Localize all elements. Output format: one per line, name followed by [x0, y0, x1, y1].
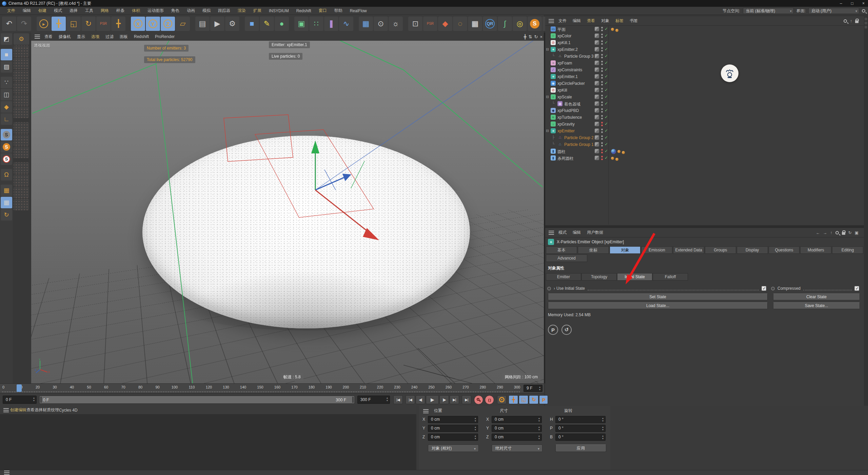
am-lock-icon[interactable] [842, 232, 845, 235]
spinner-carets[interactable]: ▲▼ [33, 397, 35, 402]
am-menu-icon[interactable] [549, 231, 554, 235]
menu-simulate[interactable]: 模拟 [199, 8, 214, 14]
texture-mode-icon[interactable]: ▨ [1, 61, 12, 73]
spinner-carets[interactable]: ▲▼ [538, 386, 541, 391]
tag-icon[interactable] [622, 151, 625, 154]
spinner-carets[interactable]: ▲▼ [601, 417, 604, 422]
subtab-topology[interactable]: Topology [581, 273, 617, 281]
enable-toggle[interactable] [595, 34, 599, 38]
object-row-xpemitter2[interactable]: ⊟ ∗ xpEmitter.2 ✓ [545, 46, 864, 53]
interactive-render-icon[interactable]: QR [483, 17, 497, 31]
visibility-dots[interactable] [601, 47, 603, 52]
spinner-carets[interactable]: ▲▼ [386, 397, 389, 402]
enable-toggle[interactable] [595, 27, 599, 31]
coord-system-icon[interactable]: ▱ [176, 17, 190, 31]
symmetry-icon[interactable]: ❚ [324, 17, 338, 31]
visibility-dots[interactable] [601, 121, 603, 127]
tag-icon[interactable] [611, 157, 614, 160]
tag-icon[interactable] [615, 29, 618, 32]
visibility-dots[interactable] [601, 81, 603, 86]
spinner-carets[interactable]: ▲▼ [538, 417, 540, 422]
om-menu-bookmarks[interactable]: 书签 [627, 18, 641, 24]
object-row-xpfoam[interactable]: ○ xpFoam ✓ [545, 60, 864, 66]
undo-icon[interactable]: ↶ [2, 17, 16, 31]
menu-mograph[interactable]: 运动图形 [144, 8, 167, 14]
viewport[interactable]: 查看 摄像机 显示 选项 过滤 面板 Redshift ProRender ╋ … [31, 33, 544, 383]
mat-menu-edit[interactable]: 编辑 [18, 407, 26, 413]
object-row-xpcolor[interactable]: ⁘ xpColor ✓ [545, 33, 864, 39]
enable-toggle[interactable] [595, 115, 599, 119]
enabled-check-icon[interactable]: ✓ [605, 40, 608, 45]
menu-tools[interactable]: 工具 [81, 8, 97, 14]
rot-h-field[interactable]: 0 °▲▼ [555, 416, 606, 423]
pos-x-field[interactable]: 0 cm▲▼ [428, 416, 478, 423]
range-end-field[interactable]: 300 F ▲▼ [357, 396, 390, 404]
tab-object[interactable]: 对象 [610, 246, 641, 254]
am-menu-edit[interactable]: 编辑 [570, 230, 584, 235]
visibility-dots[interactable] [601, 67, 603, 73]
simulation-stop-icon[interactable]: S [1, 153, 12, 165]
object-row-xpemitter1[interactable]: ∗ xpEmitter.1 ✓ [545, 73, 864, 80]
spinner-carets[interactable]: ▲▼ [538, 426, 540, 431]
tab-groups[interactable]: Groups [705, 246, 736, 254]
snap-magnet-icon[interactable]: Ω [1, 169, 12, 180]
prev-key-button[interactable]: |◀ [406, 395, 415, 404]
object-row-cylinder[interactable]: ▮ 圆柱 ✓ [545, 148, 864, 155]
object-row-particle-group-3[interactable]: └ ∴ Particle Group 3 ✓ [545, 53, 864, 60]
sound-icon[interactable]: S [528, 17, 542, 31]
next-frame-button[interactable]: |▶ [439, 395, 449, 404]
visibility-dots[interactable] [601, 101, 603, 107]
tab-modifiers[interactable]: Modifiers [800, 246, 831, 254]
tab-advanced[interactable]: Advanced [546, 254, 587, 262]
enable-toggle[interactable] [595, 101, 599, 106]
key-parameter-icon[interactable]: P [539, 395, 548, 404]
xpresso-circle-icon[interactable]: P [548, 325, 558, 335]
render-settings-icon[interactable]: ⚙ [225, 17, 239, 31]
reset-circle-icon[interactable]: ↺ [561, 325, 572, 335]
keyframe-selection-icon[interactable] [497, 395, 507, 404]
menu-character[interactable]: 角色 [167, 8, 183, 14]
enabled-check-icon[interactable]: ✓ [605, 108, 608, 113]
enabled-check-icon[interactable]: ✓ [605, 149, 608, 153]
close-button[interactable]: × [862, 1, 865, 6]
visibility-dots[interactable] [601, 60, 603, 66]
tab-extended-data[interactable]: Extended Data [673, 246, 704, 254]
menu-realflow[interactable]: RealFlow [346, 8, 371, 13]
object-row-particle-group-2[interactable]: ├ ∴ Particle Group 2 ✓ [545, 134, 864, 141]
key-rotation-icon[interactable]: ↻ [529, 395, 538, 404]
size-y-field[interactable]: 0 cm▲▼ [492, 425, 542, 432]
particle-emitter-icon[interactable]: ◌ [453, 17, 467, 31]
tab-emission[interactable]: Emission [641, 246, 672, 254]
simulation-toggle-icon[interactable]: S [1, 129, 12, 140]
visibility-dots[interactable] [601, 26, 603, 32]
object-row-xpkill1[interactable]: ⊘ xpKill.1 ✓ [545, 39, 864, 46]
menu-spline[interactable]: 样条 [113, 8, 128, 14]
visibility-dots[interactable] [601, 74, 603, 79]
psr-icon[interactable]: PSR [423, 17, 437, 31]
menu-extensions[interactable]: 扩展 [250, 8, 265, 14]
goto-start-button[interactable]: |◀ [393, 395, 403, 404]
enable-toggle[interactable] [595, 61, 599, 65]
size-mode-select[interactable]: 绝对尺寸 [492, 444, 542, 452]
tab-basic[interactable]: 基本 [546, 246, 577, 254]
vp-menu-view[interactable]: 查看 [41, 34, 56, 40]
visibility-dots[interactable] [601, 142, 603, 147]
tab-editing[interactable]: Editing [832, 246, 863, 254]
tab-coordinates[interactable]: 坐标 [578, 246, 609, 254]
enabled-check-icon[interactable]: ✓ [605, 81, 608, 86]
enabled-check-icon[interactable]: ✓ [605, 94, 608, 99]
enable-toggle[interactable] [595, 40, 599, 45]
range-grip[interactable] [40, 397, 42, 403]
nodespace-select[interactable]: 当前 (标准/物理) [743, 8, 794, 14]
redo-icon[interactable]: ↷ [17, 17, 31, 31]
enabled-check-icon[interactable]: ✓ [605, 33, 608, 38]
menu-file[interactable]: 文件 [3, 8, 19, 14]
anim-dot-icon[interactable] [771, 287, 775, 290]
vp-menu-redshift[interactable]: Redshift [131, 34, 152, 39]
om-menu-edit[interactable]: 编辑 [570, 18, 584, 24]
coord-menu-icon[interactable] [423, 409, 429, 413]
am-new-panel-icon[interactable]: ▣ [855, 230, 859, 235]
object-row-xpscale[interactable]: ⊟ ↕ xpScale ✓ [545, 94, 864, 100]
enable-toggle[interactable] [595, 129, 599, 133]
visibility-dots[interactable] [601, 128, 603, 134]
